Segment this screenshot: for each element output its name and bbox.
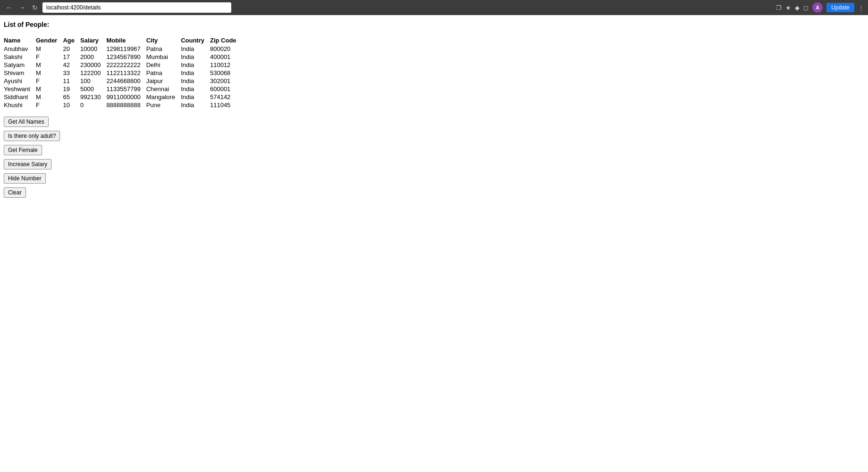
table-cell: 11 [63,77,80,85]
table-cell: 111045 [210,101,242,109]
table-cell: M [36,69,63,77]
table-cell: Chennai [146,85,181,93]
url-bar[interactable] [42,2,231,13]
table-cell: Patna [146,45,181,53]
hide-number-button[interactable]: Hide Number [4,173,46,184]
table-cell: 302001 [210,77,242,85]
table-cell: F [36,101,63,109]
table-cell: 2222222222 [106,61,146,69]
table-cell: M [36,93,63,101]
table-cell: India [181,61,210,69]
table-cell: 992130 [80,93,106,101]
table-cell: Mangalore [146,93,181,101]
table-header-salary: Salary [80,36,106,45]
is-adult-button[interactable]: Is there only adult? [4,131,60,141]
table-cell: 530068 [210,69,242,77]
table-cell: 5000 [80,85,106,93]
table-cell: 574142 [210,93,242,101]
bookmark-icon: ★ [785,4,791,11]
table-cell: India [181,101,210,109]
table-cell: Yeshwant [4,85,36,93]
table-cell: 65 [63,93,80,101]
browser-right-icons: ❐ ★ ◆ ◻ A Update ⋮ [776,2,864,13]
table-cell: 400001 [210,53,242,61]
table-cell: 230000 [80,61,106,69]
table-cell: India [181,45,210,53]
extension-icon: ◆ [795,4,800,11]
table-cell: 10 [63,101,80,109]
table-cell: M [36,85,63,93]
table-cell: Anubhav [4,45,36,53]
table-header-name: Name [4,36,36,45]
table-row: AyushiF111002244668800JaipurIndia302001 [4,77,242,85]
table-cell: India [181,85,210,93]
get-all-names-button[interactable]: Get All Names [4,117,49,127]
table-cell: Satyam [4,61,36,69]
people-table: NameGenderAgeSalaryMobileCityCountryZip … [4,36,242,109]
table-cell: Ayushi [4,77,36,85]
table-cell: 2244668800 [106,77,146,85]
browser-chrome: ← → ↻ ❐ ★ ◆ ◻ A Update ⋮ [0,0,868,15]
table-cell: 1298119967 [106,45,146,53]
table-cell: 1133557799 [106,85,146,93]
table-cell: 800020 [210,45,242,53]
table-cell: 100 [80,77,106,85]
table-cell: Sakshi [4,53,36,61]
table-row: ShivamM331222001122113322PatnaIndia53006… [4,69,242,77]
page-content: List of People: NameGenderAgeSalaryMobil… [0,15,868,203]
table-header-country: Country [181,36,210,45]
avatar: A [812,2,823,13]
table-cell: 1234567890 [106,53,146,61]
table-header-mobile: Mobile [106,36,146,45]
table-cell: 9911000000 [106,93,146,101]
table-cell: M [36,45,63,53]
table-cell: Mumbai [146,53,181,61]
buttons-section: Get All Names Is there only adult? Get F… [4,117,864,198]
table-cell: India [181,53,210,61]
table-cell: India [181,93,210,101]
table-cell: Siddhant [4,93,36,101]
table-cell: 8888888888 [106,101,146,109]
back-button[interactable]: ← [4,3,14,12]
page-title: List of People: [4,21,864,28]
table-cell: 0 [80,101,106,109]
get-female-button[interactable]: Get Female [4,145,42,155]
profile-icon: ◻ [803,4,809,11]
table-cell: Khushi [4,101,36,109]
table-cell: 2000 [80,53,106,61]
table-cell: India [181,77,210,85]
table-cell: 33 [63,69,80,77]
menu-icon: ⋮ [858,4,864,11]
reload-button[interactable]: ↻ [30,3,40,12]
table-row: YeshwantM1950001133557799ChennaiIndia600… [4,85,242,93]
table-cell: India [181,69,210,77]
table-row: SiddhantM659921309911000000MangaloreIndi… [4,93,242,101]
table-cell: 1122113322 [106,69,146,77]
table-cell: 20 [63,45,80,53]
table-cell: Patna [146,69,181,77]
table-row: AnubhavM20100001298119967PatnaIndia80002… [4,45,242,53]
table-cell: 17 [63,53,80,61]
table-cell: 122200 [80,69,106,77]
table-cell: Pune [146,101,181,109]
update-button[interactable]: Update [826,3,854,12]
table-cell: 42 [63,61,80,69]
table-cell: 10000 [80,45,106,53]
table-row: SatyamM422300002222222222DelhiIndia11001… [4,61,242,69]
forward-button[interactable]: → [17,3,27,12]
table-header-row: NameGenderAgeSalaryMobileCityCountryZip … [4,36,242,45]
table-header-zip-code: Zip Code [210,36,242,45]
table-cell: F [36,53,63,61]
table-cell: Jaipur [146,77,181,85]
table-cell: Shivam [4,69,36,77]
table-header-city: City [146,36,181,45]
clear-button[interactable]: Clear [4,187,26,198]
increase-salary-button[interactable]: Increase Salary [4,159,51,169]
table-row: KhushiF1008888888888PuneIndia111045 [4,101,242,109]
table-cell: 600001 [210,85,242,93]
table-cell: Delhi [146,61,181,69]
table-cell: 19 [63,85,80,93]
table-header-gender: Gender [36,36,63,45]
table-header-age: Age [63,36,80,45]
share-icon: ❐ [776,4,782,11]
